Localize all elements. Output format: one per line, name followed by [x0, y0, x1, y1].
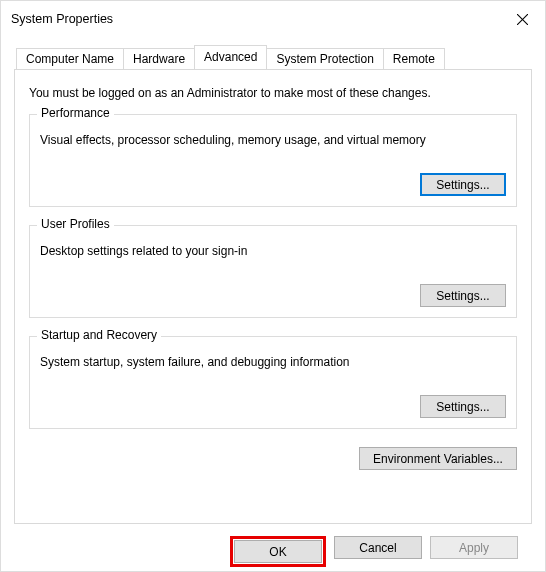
group-user-profiles-desc: Desktop settings related to your sign-in	[40, 244, 506, 258]
window-title: System Properties	[11, 12, 113, 26]
dialog-button-row: OK Cancel Apply	[14, 524, 532, 567]
tab-remote[interactable]: Remote	[383, 48, 445, 70]
client-area: Computer Name Hardware Advanced System P…	[1, 37, 545, 567]
titlebar: System Properties	[1, 1, 545, 37]
startup-recovery-settings-button[interactable]: Settings...	[420, 395, 506, 418]
close-icon	[517, 14, 528, 25]
environment-variables-button[interactable]: Environment Variables...	[359, 447, 517, 470]
cancel-button[interactable]: Cancel	[334, 536, 422, 559]
group-startup-recovery-legend: Startup and Recovery	[37, 328, 161, 342]
group-performance-desc: Visual effects, processor scheduling, me…	[40, 133, 506, 147]
tab-hardware[interactable]: Hardware	[123, 48, 195, 70]
user-profiles-settings-button[interactable]: Settings...	[420, 284, 506, 307]
group-user-profiles: User Profiles Desktop settings related t…	[29, 225, 517, 318]
apply-button[interactable]: Apply	[430, 536, 518, 559]
group-performance-legend: Performance	[37, 106, 114, 120]
system-properties-window: System Properties Computer Name Hardware…	[0, 0, 546, 572]
ok-highlight: OK	[230, 536, 326, 567]
tabpage-advanced: You must be logged on as an Administrato…	[14, 69, 532, 524]
group-startup-recovery-desc: System startup, system failure, and debu…	[40, 355, 506, 369]
tab-computer-name[interactable]: Computer Name	[16, 48, 124, 70]
tab-system-protection[interactable]: System Protection	[266, 48, 383, 70]
group-user-profiles-legend: User Profiles	[37, 217, 114, 231]
group-startup-recovery: Startup and Recovery System startup, sys…	[29, 336, 517, 429]
tab-advanced[interactable]: Advanced	[194, 45, 267, 69]
tabstrip: Computer Name Hardware Advanced System P…	[16, 45, 532, 69]
admin-intro-text: You must be logged on as an Administrato…	[29, 86, 517, 100]
group-performance: Performance Visual effects, processor sc…	[29, 114, 517, 207]
ok-button[interactable]: OK	[234, 540, 322, 563]
close-button[interactable]	[499, 1, 545, 37]
performance-settings-button[interactable]: Settings...	[420, 173, 506, 196]
